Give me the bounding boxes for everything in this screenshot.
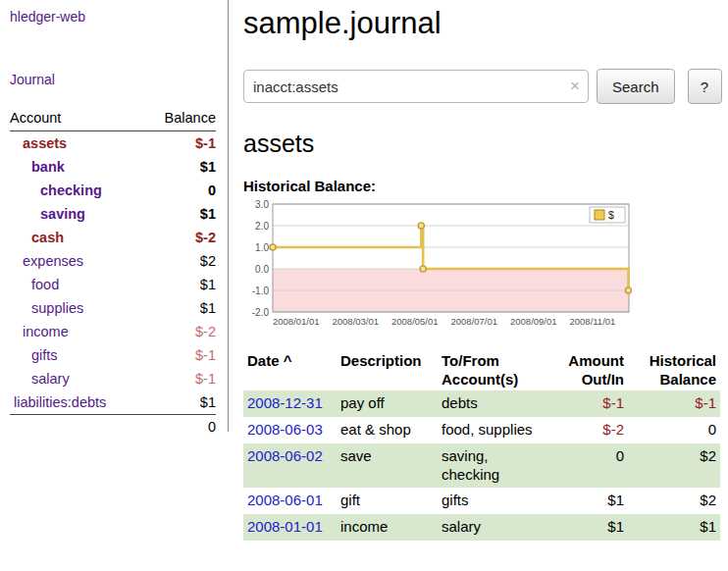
- account-link[interactable]: liabilities:debts: [10, 394, 106, 410]
- transaction-description: save: [337, 443, 438, 489]
- transaction-balance: $2: [628, 488, 720, 514]
- search-input[interactable]: [243, 70, 589, 103]
- accounts-table: Account Balance assets$-1bank$1checking0…: [10, 108, 216, 439]
- transaction-accounts: saving, checking: [438, 443, 547, 489]
- register-header-amount: AmountOut/In: [547, 349, 628, 390]
- register-header-accounts: To/FromAccount(s): [438, 349, 547, 390]
- account-balance: $-1: [144, 131, 216, 156]
- transaction-description: income: [337, 514, 438, 541]
- account-balance: $1: [144, 155, 216, 179]
- transaction-date-link[interactable]: 2008-01-01: [247, 518, 323, 535]
- transaction-amount: $1: [547, 514, 628, 541]
- account-balance: $-1: [144, 367, 216, 390]
- svg-text:2008/05/01: 2008/05/01: [391, 316, 439, 327]
- svg-text:2008/09/01: 2008/09/01: [510, 316, 557, 327]
- account-balance: $1: [144, 273, 216, 296]
- transaction-balance: 0: [628, 417, 720, 443]
- search-button[interactable]: Search: [597, 69, 675, 104]
- account-link[interactable]: gifts: [10, 347, 58, 363]
- svg-text:3.0: 3.0: [255, 199, 269, 210]
- transaction-balance: $-1: [628, 390, 720, 417]
- transaction-date-link[interactable]: 2008-06-03: [247, 421, 323, 438]
- transaction-accounts: debts: [438, 390, 547, 417]
- svg-text:-2.0: -2.0: [252, 307, 270, 318]
- svg-text:2008/11/01: 2008/11/01: [570, 316, 616, 327]
- transaction-balance: $1: [628, 514, 720, 541]
- account-balance: 0: [144, 179, 216, 202]
- svg-text:2008/01/01: 2008/01/01: [273, 316, 320, 327]
- accounts-total-row: 0: [10, 415, 216, 440]
- account-row: supplies$1: [10, 296, 216, 320]
- balance-chart: 3.02.01.00.0-1.0-2.02008/01/012008/03/01…: [243, 198, 632, 336]
- account-row: liabilities:debts$1: [10, 390, 216, 415]
- sidebar: hledger-web Journal Account Balance asse…: [0, 0, 229, 432]
- register-row: 2008-06-02savesaving, checking0$2: [243, 443, 720, 489]
- page-title: sample.journal: [243, 6, 722, 41]
- journal-link[interactable]: Journal: [10, 72, 55, 87]
- account-row: bank$1: [10, 155, 216, 179]
- account-balance: $1: [144, 202, 216, 226]
- svg-text:2008/07/01: 2008/07/01: [451, 316, 498, 327]
- account-link[interactable]: salary: [10, 371, 70, 387]
- svg-text:0.0: 0.0: [255, 264, 269, 275]
- transaction-description: pay off: [337, 390, 438, 417]
- account-link[interactable]: income: [10, 324, 69, 339]
- account-link[interactable]: cash: [10, 230, 64, 245]
- transaction-amount: 0: [547, 443, 628, 489]
- svg-text:-1.0: -1.0: [252, 286, 270, 296]
- clear-search-icon[interactable]: ×: [570, 77, 580, 96]
- account-heading: assets: [243, 130, 722, 158]
- register-row: 2008-06-01giftgifts$1$2: [243, 488, 720, 514]
- account-row: cash$-2: [10, 226, 216, 249]
- transaction-date-link[interactable]: 2008-06-01: [247, 492, 323, 508]
- account-balance: $1: [144, 296, 216, 320]
- transaction-amount: $-2: [547, 417, 628, 443]
- transaction-balance: $2: [628, 443, 720, 489]
- transaction-description: eat & shop: [337, 417, 438, 443]
- svg-text:2.0: 2.0: [255, 221, 269, 232]
- account-link[interactable]: saving: [10, 206, 85, 222]
- accounts-header-account: Account: [10, 108, 144, 131]
- transaction-date-link[interactable]: 2008-06-02: [247, 447, 323, 464]
- account-link[interactable]: assets: [10, 135, 67, 151]
- sort-ascending-icon: ^: [280, 352, 292, 369]
- transaction-amount: $1: [547, 488, 628, 514]
- account-link[interactable]: food: [10, 277, 59, 292]
- account-row: checking0: [10, 179, 216, 202]
- app-title-link[interactable]: hledger-web: [10, 9, 85, 25]
- account-row: expenses$2: [10, 249, 216, 273]
- register-row: 2008-06-03eat & shopfood, supplies$-20: [243, 417, 720, 443]
- account-row: salary$-1: [10, 367, 216, 390]
- accounts-header-balance: Balance: [144, 108, 216, 131]
- search-bar: × Search ?: [243, 69, 722, 104]
- svg-text:1.0: 1.0: [255, 242, 269, 253]
- register-row: 2008-12-31pay offdebts$-1$-1: [243, 390, 720, 417]
- account-row: gifts$-1: [10, 343, 216, 367]
- transaction-date-link[interactable]: 2008-12-31: [247, 394, 323, 411]
- account-balance: $-2: [144, 320, 216, 343]
- transaction-accounts: gifts: [438, 488, 547, 514]
- account-balance: $1: [144, 390, 216, 415]
- register-header-date[interactable]: Date ^: [243, 349, 337, 390]
- transaction-accounts: salary: [438, 514, 547, 541]
- transaction-accounts: food, supplies: [438, 417, 547, 443]
- journal-nav: Journal: [10, 71, 216, 88]
- account-link[interactable]: checking: [10, 182, 102, 198]
- account-link[interactable]: bank: [10, 159, 65, 175]
- account-balance: $2: [144, 249, 216, 273]
- account-row: food$1: [10, 273, 216, 296]
- chart-title: Historical Balance:: [243, 178, 722, 194]
- register-table: Date ^DescriptionTo/FromAccount(s)Amount…: [243, 349, 720, 541]
- app-title: hledger-web: [10, 8, 216, 26]
- accounts-header-row: Account Balance: [10, 108, 216, 131]
- account-link[interactable]: expenses: [10, 253, 83, 269]
- help-button[interactable]: ?: [688, 69, 722, 104]
- account-row: saving$1: [10, 202, 216, 226]
- account-row: assets$-1: [10, 131, 216, 156]
- svg-text:$: $: [608, 209, 614, 221]
- account-balance: $-2: [144, 226, 216, 249]
- register-header-row: Date ^DescriptionTo/FromAccount(s)Amount…: [243, 349, 720, 390]
- account-link[interactable]: supplies: [10, 300, 83, 316]
- search-box: ×: [243, 70, 589, 103]
- account-balance: $-1: [144, 343, 216, 367]
